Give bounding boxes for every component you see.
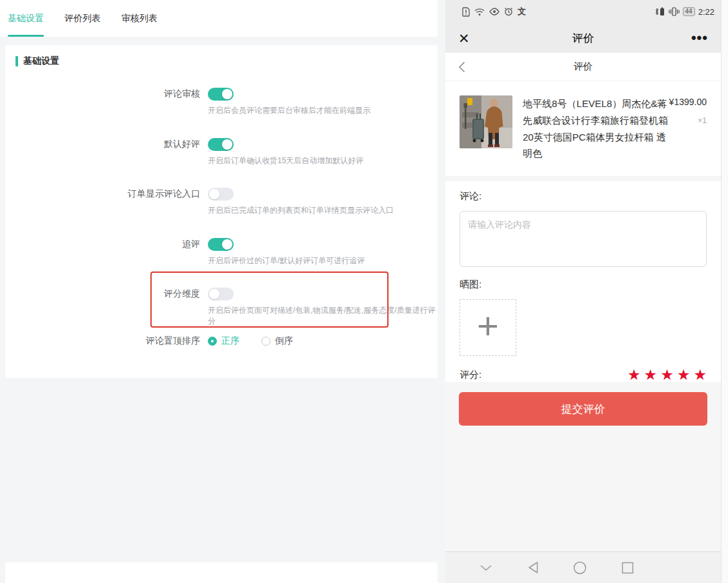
setting-row-rating-dimension: 评分维度 开启后评价页面可对描述/包装,物流服务/配送,服务态度/质量进行评分 — [5, 288, 438, 327]
order-comment-entry-toggle[interactable] — [208, 188, 234, 201]
sort-radio-group: 正序 倒序 — [208, 335, 293, 347]
status-icons-left: 文 — [462, 6, 526, 17]
radio-label: 正序 — [221, 335, 239, 347]
comment-section: 评论: — [445, 181, 721, 270]
radio-label: 倒序 — [275, 335, 293, 347]
vibrate-icon — [669, 7, 680, 16]
tab-review-list[interactable]: 评价列表 — [65, 0, 101, 37]
setting-label: 评分维度 — [5, 288, 200, 300]
comment-input[interactable] — [460, 211, 707, 267]
android-nav-bar — [445, 551, 721, 583]
tab-label: 评价列表 — [65, 13, 101, 25]
toggle-knob — [222, 239, 232, 250]
settings-card: 基础设置 评论审核 开启后会员评论需要后台审核后才能在前端显示 默认好评 开启后… — [5, 45, 438, 378]
wechat-title-bar: ✕ 评价 ••• — [445, 23, 721, 53]
setting-row-comment-audit: 评论审核 开启后会员评论需要后台审核后才能在前端显示 — [5, 88, 438, 116]
section-divider — [445, 176, 721, 181]
product-card: 地平线8号（LEVEL8）周杰伦&蒋先威联合设计行李箱旅行箱登机箱20英寸德国P… — [445, 81, 721, 176]
tab-basic-settings[interactable]: 基础设置 — [8, 0, 44, 37]
status-icons-right: 44 2:22 — [653, 7, 714, 17]
plus-icon: + — [477, 307, 499, 344]
more-menu-icon[interactable]: ••• — [691, 35, 708, 41]
toggle-knob — [209, 189, 219, 199]
bluetooth-battery-icon — [653, 7, 665, 16]
rating-label: 评分: — [460, 369, 481, 381]
section-accent-bar — [15, 56, 18, 66]
toggle-knob — [222, 89, 232, 99]
toggle-knob — [209, 289, 219, 299]
tab-label: 审核列表 — [121, 13, 157, 25]
setting-desc: 开启后会员评论需要后台审核后才能在前端显示 — [208, 105, 438, 116]
default-good-review-toggle[interactable] — [208, 138, 234, 151]
comment-audit-toggle[interactable] — [208, 88, 234, 101]
mobile-preview: 文 44 2:22 ✕ 评价 ••• 评价 — [445, 0, 728, 583]
tab-label: 基础设置 — [8, 13, 44, 25]
tab-bar: 基础设置 评价列表 审核列表 — [0, 0, 438, 37]
alarm-clock-icon — [504, 7, 513, 16]
product-image — [460, 95, 512, 148]
submit-review-button[interactable]: 提交评价 — [459, 392, 707, 426]
hanzi-text-icon: 文 — [518, 6, 526, 17]
page-title: 评价 — [445, 61, 721, 73]
wifi-icon — [474, 8, 485, 16]
page-header: 评价 — [445, 53, 721, 81]
setting-desc: 开启后已完成订单的列表页和订单详情页显示评论入口 — [208, 205, 438, 216]
nav-back-icon[interactable] — [527, 561, 539, 574]
setting-label: 评论审核 — [5, 88, 200, 100]
tab-audit-list[interactable]: 审核列表 — [121, 0, 157, 37]
setting-row-order-comment-entry: 订单显示评论入口 开启后已完成订单的列表页和订单详情页显示评论入口 — [5, 188, 438, 216]
photos-label: 晒图: — [460, 279, 707, 291]
photos-section: 晒图: + — [445, 270, 721, 356]
setting-row-default-good-review: 默认好评 开启后订单确认收货15天后自动增加默认好评 — [5, 138, 438, 166]
radio-descending[interactable]: 倒序 — [261, 335, 293, 347]
star-icon[interactable]: ★ — [644, 368, 658, 382]
status-time: 2:22 — [698, 7, 714, 17]
setting-label: 评论置顶排序 — [5, 335, 200, 347]
toggle-knob — [222, 139, 232, 150]
wechat-page-title: 评价 — [445, 31, 721, 46]
nav-home-icon[interactable] — [573, 561, 587, 575]
eye-icon — [489, 8, 500, 15]
radio-dot-icon — [261, 337, 270, 346]
product-price: ¥1399.00 — [669, 97, 707, 107]
hide-keyboard-chevron-icon[interactable] — [480, 564, 492, 571]
setting-desc: 开启后订单确认收货15天后自动增加默认好评 — [208, 155, 438, 166]
star-icon[interactable]: ★ — [677, 368, 691, 382]
star-rating: ★ ★ ★ ★ ★ — [627, 368, 707, 382]
nav-recents-icon[interactable] — [622, 562, 634, 574]
scrollbar-track[interactable] — [721, 0, 728, 583]
comment-label: 评论: — [460, 190, 707, 203]
setting-label: 订单显示评论入口 — [5, 188, 200, 200]
radio-dot-icon — [208, 337, 217, 346]
radio-ascending[interactable]: 正序 — [208, 335, 239, 347]
star-icon[interactable]: ★ — [627, 368, 641, 382]
setting-label: 默认好评 — [5, 139, 200, 150]
follow-up-review-toggle[interactable] — [208, 238, 234, 251]
setting-desc: 开启后评价页面可对描述/包装,物流服务/配送,服务态度/质量进行评分 — [208, 305, 438, 327]
setting-label: 追评 — [5, 239, 200, 250]
upload-photo-button[interactable]: + — [460, 299, 516, 356]
admin-panel: 基础设置 评价列表 审核列表 基础设置 评论审核 开启后会员评论需要后台审核后才… — [0, 0, 445, 583]
status-bar: 文 44 2:22 — [445, 0, 721, 23]
product-quantity: ×1 — [669, 116, 707, 125]
sim-alert-icon — [462, 7, 470, 17]
setting-row-follow-up-review: 追评 开启后评价过的订单/默认好评订单可进行追评 — [5, 238, 438, 266]
product-title: 地平线8号（LEVEL8）周杰伦&蒋先威联合设计行李箱旅行箱登机箱20英寸德国P… — [523, 95, 669, 162]
battery-percent-badge: 44 — [683, 7, 695, 16]
setting-row-pinned-sort: 评论置顶排序 正序 倒序 — [5, 335, 438, 347]
bottom-panel-strip — [5, 562, 438, 583]
section-header: 基础设置 — [15, 55, 59, 67]
setting-desc: 开启后评价过的订单/默认好评订单可进行追评 — [208, 255, 438, 266]
submit-area: 提交评价 — [445, 382, 721, 551]
section-title: 基础设置 — [23, 55, 59, 67]
star-icon[interactable]: ★ — [693, 368, 707, 382]
star-icon[interactable]: ★ — [660, 368, 674, 382]
rating-dimension-toggle[interactable] — [208, 288, 234, 301]
